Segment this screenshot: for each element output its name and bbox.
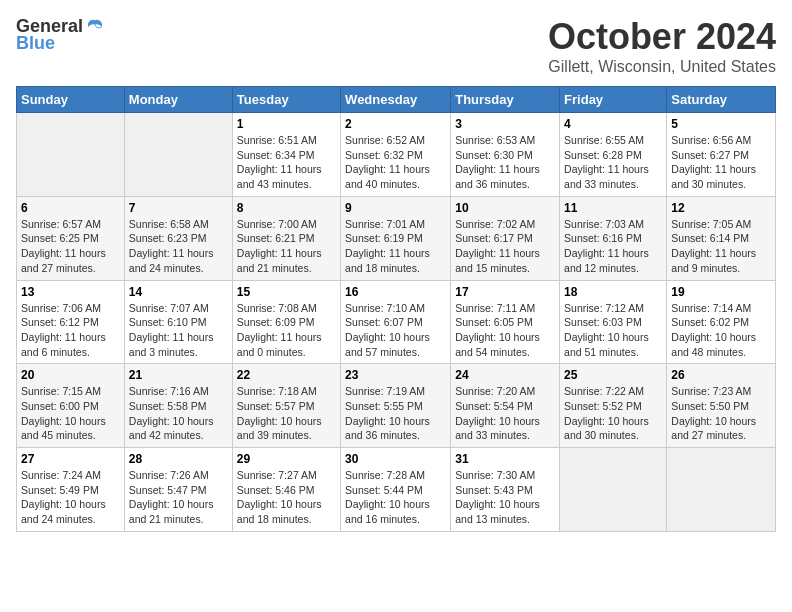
calendar-cell: 3Sunrise: 6:53 AMSunset: 6:30 PMDaylight… [451, 113, 560, 197]
calendar-cell: 6Sunrise: 6:57 AMSunset: 6:25 PMDaylight… [17, 196, 125, 280]
cell-content: Sunrise: 7:22 AMSunset: 5:52 PMDaylight:… [564, 384, 662, 443]
calendar-body: 1Sunrise: 6:51 AMSunset: 6:34 PMDaylight… [17, 113, 776, 532]
day-number: 22 [237, 368, 336, 382]
day-number: 26 [671, 368, 771, 382]
title-block: October 2024 Gillett, Wisconsin, United … [548, 16, 776, 76]
day-number: 13 [21, 285, 120, 299]
calendar-cell: 18Sunrise: 7:12 AMSunset: 6:03 PMDayligh… [560, 280, 667, 364]
day-number: 31 [455, 452, 555, 466]
calendar-cell: 9Sunrise: 7:01 AMSunset: 6:19 PMDaylight… [341, 196, 451, 280]
header-day-saturday: Saturday [667, 87, 776, 113]
cell-content: Sunrise: 7:19 AMSunset: 5:55 PMDaylight:… [345, 384, 446, 443]
cell-content: Sunrise: 7:30 AMSunset: 5:43 PMDaylight:… [455, 468, 555, 527]
calendar-week-1: 1Sunrise: 6:51 AMSunset: 6:34 PMDaylight… [17, 113, 776, 197]
cell-content: Sunrise: 7:11 AMSunset: 6:05 PMDaylight:… [455, 301, 555, 360]
calendar-cell [667, 448, 776, 532]
cell-content: Sunrise: 7:27 AMSunset: 5:46 PMDaylight:… [237, 468, 336, 527]
cell-content: Sunrise: 6:57 AMSunset: 6:25 PMDaylight:… [21, 217, 120, 276]
calendar-cell: 11Sunrise: 7:03 AMSunset: 6:16 PMDayligh… [560, 196, 667, 280]
calendar-week-3: 13Sunrise: 7:06 AMSunset: 6:12 PMDayligh… [17, 280, 776, 364]
day-number: 10 [455, 201, 555, 215]
calendar-cell: 10Sunrise: 7:02 AMSunset: 6:17 PMDayligh… [451, 196, 560, 280]
cell-content: Sunrise: 7:20 AMSunset: 5:54 PMDaylight:… [455, 384, 555, 443]
calendar-cell [560, 448, 667, 532]
calendar-week-4: 20Sunrise: 7:15 AMSunset: 6:00 PMDayligh… [17, 364, 776, 448]
calendar-cell: 26Sunrise: 7:23 AMSunset: 5:50 PMDayligh… [667, 364, 776, 448]
calendar-cell: 29Sunrise: 7:27 AMSunset: 5:46 PMDayligh… [232, 448, 340, 532]
cell-content: Sunrise: 6:53 AMSunset: 6:30 PMDaylight:… [455, 133, 555, 192]
day-number: 27 [21, 452, 120, 466]
cell-content: Sunrise: 6:51 AMSunset: 6:34 PMDaylight:… [237, 133, 336, 192]
page-header: General Blue October 2024 Gillett, Wisco… [16, 16, 776, 76]
calendar-cell: 19Sunrise: 7:14 AMSunset: 6:02 PMDayligh… [667, 280, 776, 364]
day-number: 25 [564, 368, 662, 382]
calendar-cell: 30Sunrise: 7:28 AMSunset: 5:44 PMDayligh… [341, 448, 451, 532]
calendar-cell: 20Sunrise: 7:15 AMSunset: 6:00 PMDayligh… [17, 364, 125, 448]
day-number: 14 [129, 285, 228, 299]
day-number: 11 [564, 201, 662, 215]
calendar-cell: 15Sunrise: 7:08 AMSunset: 6:09 PMDayligh… [232, 280, 340, 364]
cell-content: Sunrise: 7:03 AMSunset: 6:16 PMDaylight:… [564, 217, 662, 276]
cell-content: Sunrise: 7:14 AMSunset: 6:02 PMDaylight:… [671, 301, 771, 360]
header-day-monday: Monday [124, 87, 232, 113]
day-number: 8 [237, 201, 336, 215]
cell-content: Sunrise: 6:56 AMSunset: 6:27 PMDaylight:… [671, 133, 771, 192]
calendar-week-2: 6Sunrise: 6:57 AMSunset: 6:25 PMDaylight… [17, 196, 776, 280]
cell-content: Sunrise: 7:06 AMSunset: 6:12 PMDaylight:… [21, 301, 120, 360]
day-number: 30 [345, 452, 446, 466]
day-number: 21 [129, 368, 228, 382]
calendar-cell: 4Sunrise: 6:55 AMSunset: 6:28 PMDaylight… [560, 113, 667, 197]
day-number: 29 [237, 452, 336, 466]
header-row: SundayMondayTuesdayWednesdayThursdayFrid… [17, 87, 776, 113]
day-number: 1 [237, 117, 336, 131]
day-number: 24 [455, 368, 555, 382]
day-number: 16 [345, 285, 446, 299]
day-number: 4 [564, 117, 662, 131]
cell-content: Sunrise: 6:52 AMSunset: 6:32 PMDaylight:… [345, 133, 446, 192]
calendar-cell: 27Sunrise: 7:24 AMSunset: 5:49 PMDayligh… [17, 448, 125, 532]
calendar-cell: 5Sunrise: 6:56 AMSunset: 6:27 PMDaylight… [667, 113, 776, 197]
calendar-header: SundayMondayTuesdayWednesdayThursdayFrid… [17, 87, 776, 113]
cell-content: Sunrise: 7:15 AMSunset: 6:00 PMDaylight:… [21, 384, 120, 443]
cell-content: Sunrise: 7:08 AMSunset: 6:09 PMDaylight:… [237, 301, 336, 360]
header-day-friday: Friday [560, 87, 667, 113]
calendar-cell: 8Sunrise: 7:00 AMSunset: 6:21 PMDaylight… [232, 196, 340, 280]
calendar-cell: 17Sunrise: 7:11 AMSunset: 6:05 PMDayligh… [451, 280, 560, 364]
location-subtitle: Gillett, Wisconsin, United States [548, 58, 776, 76]
cell-content: Sunrise: 7:01 AMSunset: 6:19 PMDaylight:… [345, 217, 446, 276]
day-number: 28 [129, 452, 228, 466]
day-number: 15 [237, 285, 336, 299]
cell-content: Sunrise: 7:07 AMSunset: 6:10 PMDaylight:… [129, 301, 228, 360]
header-day-sunday: Sunday [17, 87, 125, 113]
calendar-cell: 31Sunrise: 7:30 AMSunset: 5:43 PMDayligh… [451, 448, 560, 532]
cell-content: Sunrise: 7:16 AMSunset: 5:58 PMDaylight:… [129, 384, 228, 443]
cell-content: Sunrise: 7:26 AMSunset: 5:47 PMDaylight:… [129, 468, 228, 527]
day-number: 12 [671, 201, 771, 215]
day-number: 18 [564, 285, 662, 299]
logo-blue-text: Blue [16, 33, 55, 54]
calendar-cell [17, 113, 125, 197]
cell-content: Sunrise: 7:02 AMSunset: 6:17 PMDaylight:… [455, 217, 555, 276]
cell-content: Sunrise: 6:58 AMSunset: 6:23 PMDaylight:… [129, 217, 228, 276]
calendar-cell: 22Sunrise: 7:18 AMSunset: 5:57 PMDayligh… [232, 364, 340, 448]
logo: General Blue [16, 16, 105, 54]
calendar-cell: 21Sunrise: 7:16 AMSunset: 5:58 PMDayligh… [124, 364, 232, 448]
calendar-week-5: 27Sunrise: 7:24 AMSunset: 5:49 PMDayligh… [17, 448, 776, 532]
month-title: October 2024 [548, 16, 776, 58]
calendar-cell: 25Sunrise: 7:22 AMSunset: 5:52 PMDayligh… [560, 364, 667, 448]
calendar-cell: 24Sunrise: 7:20 AMSunset: 5:54 PMDayligh… [451, 364, 560, 448]
cell-content: Sunrise: 7:05 AMSunset: 6:14 PMDaylight:… [671, 217, 771, 276]
cell-content: Sunrise: 7:18 AMSunset: 5:57 PMDaylight:… [237, 384, 336, 443]
day-number: 9 [345, 201, 446, 215]
calendar-cell: 23Sunrise: 7:19 AMSunset: 5:55 PMDayligh… [341, 364, 451, 448]
cell-content: Sunrise: 7:23 AMSunset: 5:50 PMDaylight:… [671, 384, 771, 443]
calendar-cell: 16Sunrise: 7:10 AMSunset: 6:07 PMDayligh… [341, 280, 451, 364]
cell-content: Sunrise: 6:55 AMSunset: 6:28 PMDaylight:… [564, 133, 662, 192]
calendar-cell: 28Sunrise: 7:26 AMSunset: 5:47 PMDayligh… [124, 448, 232, 532]
header-day-wednesday: Wednesday [341, 87, 451, 113]
calendar-cell: 14Sunrise: 7:07 AMSunset: 6:10 PMDayligh… [124, 280, 232, 364]
calendar-cell: 7Sunrise: 6:58 AMSunset: 6:23 PMDaylight… [124, 196, 232, 280]
day-number: 6 [21, 201, 120, 215]
day-number: 3 [455, 117, 555, 131]
day-number: 2 [345, 117, 446, 131]
